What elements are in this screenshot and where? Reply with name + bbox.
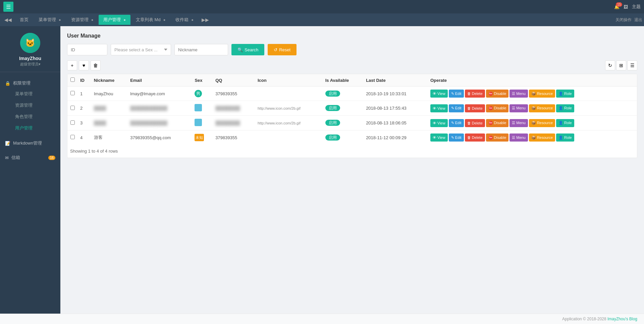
edit-button[interactable]: ✎ Edit	[449, 90, 464, 98]
favorite-button[interactable]: ♥	[79, 60, 89, 70]
row-checkbox-cell	[67, 130, 77, 145]
menu-button[interactable]: ☰ Menu	[509, 133, 528, 142]
tab-menu-manage[interactable]: 菜单管理 ●	[34, 15, 66, 25]
disable-button[interactable]: ⛔ Disable	[486, 104, 509, 112]
edit-button[interactable]: ✎ Edit	[449, 104, 464, 112]
role-button[interactable]: 👤 Role	[556, 104, 574, 112]
edit-button[interactable]: ✎ Edit	[449, 119, 464, 127]
user-info: 🐱 ImayZhou 超级管理员▾	[0, 26, 60, 72]
row-last-date: 2018-08-13 18:06:05	[363, 116, 428, 130]
delete-button[interactable]: 🗑 Delete	[465, 90, 485, 98]
disable-button[interactable]: ⛔ Disable	[486, 119, 509, 127]
sidebar-item-user-manage[interactable]: 用户管理	[5, 122, 55, 134]
edit-button[interactable]: ✎ Edit	[449, 133, 464, 142]
row-is-available: 启用	[323, 130, 363, 145]
list-view-button[interactable]: ☰	[627, 60, 637, 70]
table-view-buttons: ↻ ⊞ ☰	[605, 60, 637, 70]
close-ops-label[interactable]: 关闭操作	[615, 17, 632, 23]
tab-inbox[interactable]: 收件箱 ●	[171, 15, 198, 25]
sidebar-section-mailbox-header[interactable]: ✉ 信箱 16	[5, 153, 55, 163]
sidebar-item-role-manage[interactable]: 角色管理	[5, 111, 55, 122]
role-button[interactable]: 👤 Role	[556, 90, 574, 98]
select-all-checkbox[interactable]	[70, 77, 75, 82]
operate-buttons: 👁 View ✎ Edit 🗑 Delete ⛔ Disable ☰ Menu …	[430, 104, 634, 112]
col-id: ID	[77, 74, 91, 87]
tab-close-icon[interactable]: ●	[191, 18, 194, 22]
sidebar-section-markdown-header[interactable]: 📝 Markdown管理	[5, 138, 55, 148]
card-view-button[interactable]: ⊞	[616, 60, 626, 70]
add-button[interactable]: +	[67, 60, 77, 70]
row-checkbox[interactable]	[70, 135, 75, 139]
footer: Application © 2018-2028 ImayZhou's Blog	[0, 314, 644, 324]
row-qq: ████████	[213, 116, 255, 130]
delete-button[interactable]: 🗑 Delete	[465, 119, 485, 127]
row-is-available: 启用	[323, 101, 363, 116]
tab-home[interactable]: 首页	[15, 15, 33, 25]
markdown-icon: 📝	[5, 141, 10, 146]
resource-button[interactable]: 📦 Resource	[529, 133, 555, 142]
col-is-available: Is Available	[323, 74, 363, 87]
bulk-delete-button[interactable]: 🗑	[91, 60, 101, 70]
sidebar-section-auth-header[interactable]: 🔒 权限管理	[5, 78, 55, 88]
disable-button[interactable]: ⛔ Disable	[486, 90, 509, 98]
role-button[interactable]: 👤 Role	[556, 119, 574, 127]
menu-button[interactable]: ☰ Menu	[509, 90, 528, 98]
view-button[interactable]: 👁 View	[430, 104, 448, 112]
sidebar-section-markdown: 📝 Markdown管理	[0, 136, 60, 150]
row-qq: ████████	[213, 101, 255, 116]
tab-resource-manage[interactable]: 资源管理 ●	[66, 15, 98, 25]
nickname-filter-input[interactable]	[174, 44, 228, 55]
menu-button[interactable]: ☰ Menu	[509, 104, 528, 112]
topbar: ☰ 🔔 15 🖼 主题	[0, 0, 644, 13]
sidebar-item-resource-manage[interactable]: 资源管理	[5, 100, 55, 111]
logout-label[interactable]: 退出	[634, 17, 642, 23]
sidebar-item-menu-manage[interactable]: 菜单管理	[5, 88, 55, 100]
disable-button[interactable]: ⛔ Disable	[486, 133, 509, 142]
row-checkbox[interactable]	[70, 91, 75, 95]
refresh-button[interactable]: ↻	[605, 60, 615, 70]
resource-button[interactable]: 📦 Resource	[529, 119, 555, 127]
row-checkbox-cell	[67, 101, 77, 116]
nav-prev-button[interactable]: ◀◀	[2, 16, 14, 24]
role-button[interactable]: 👤 Role	[556, 133, 574, 142]
notification-bell[interactable]: 🔔 15	[614, 4, 620, 9]
row-email: lmay@lmaye.com	[127, 87, 192, 101]
tab-close-icon[interactable]: ●	[123, 18, 126, 22]
navbar-tabs: ◀◀ 首页 菜单管理 ● 资源管理 ● 用户管理 ● 文章列表 Md ● 收件箱…	[2, 15, 212, 25]
delete-button[interactable]: 🗑 Delete	[465, 104, 485, 112]
tab-user-manage[interactable]: 用户管理 ●	[99, 15, 130, 25]
table-body: 1ImayZhoulmay@lmaye.com男379839355启用2018-…	[67, 87, 637, 145]
theme-label[interactable]: 主题	[632, 4, 641, 10]
footer-text: Application © 2018-2028	[562, 317, 607, 321]
resource-button[interactable]: 📦 Resource	[529, 104, 555, 112]
tab-close-icon[interactable]: ●	[163, 18, 166, 22]
id-filter-input[interactable]	[67, 44, 107, 55]
sidebar-user-role[interactable]: 超级管理员▾	[20, 62, 41, 67]
hamburger-button[interactable]: ☰	[3, 2, 13, 12]
data-table: ID Nickname Email Sex QQ Icon Is Availab…	[67, 74, 637, 145]
reset-icon: ↺	[274, 47, 277, 52]
resource-button[interactable]: 📦 Resource	[529, 90, 555, 98]
nav-next-button[interactable]: ▶▶	[199, 16, 212, 24]
tab-article-list[interactable]: 文章列表 Md ●	[131, 15, 170, 25]
row-is-available: 启用	[323, 87, 363, 101]
search-button[interactable]: 🔍 Search	[231, 44, 264, 55]
view-button[interactable]: 👁 View	[430, 133, 448, 142]
data-table-container: ID Nickname Email Sex QQ Icon Is Availab…	[67, 74, 637, 158]
delete-button[interactable]: 🗑 Delete	[465, 133, 485, 142]
view-button[interactable]: 👁 View	[430, 119, 448, 127]
reset-button[interactable]: ↺ Reset	[268, 44, 297, 55]
search-icon: 🔍	[237, 47, 243, 52]
sex-filter-select[interactable]: Please select a Sex ... 男 女 未知	[111, 44, 171, 55]
tab-close-icon[interactable]: ●	[59, 18, 61, 22]
row-checkbox[interactable]	[70, 106, 75, 110]
menu-button[interactable]: ☰ Menu	[509, 119, 528, 127]
row-checkbox[interactable]	[70, 120, 75, 125]
status-badge: 启用	[325, 120, 340, 126]
row-nickname: ImayZhou	[91, 87, 128, 101]
view-button[interactable]: 👁 View	[430, 90, 448, 98]
row-operate: 👁 View ✎ Edit 🗑 Delete ⛔ Disable ☰ Menu …	[428, 87, 637, 101]
status-badge: 启用	[325, 105, 340, 111]
tab-close-icon[interactable]: ●	[91, 18, 94, 22]
footer-link[interactable]: ImayZhou's Blog	[607, 317, 637, 321]
